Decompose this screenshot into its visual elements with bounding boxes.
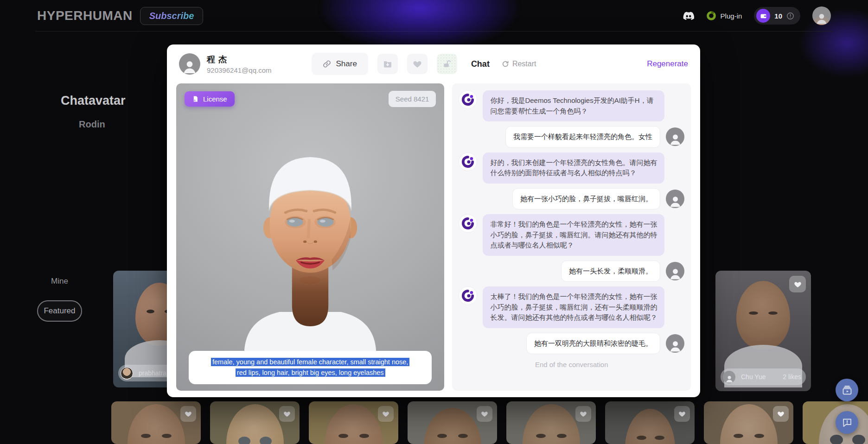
modal-header: 程 杰 920396241@qq.com Share Chat Restart … [167,44,700,83]
bot-bubble: 你好，我是Deemos Technologies开发的AI助手H，请问您需要帮忙… [483,90,664,121]
modal-body: License Seed 8421 female, young and beau… [167,83,700,391]
gallery-card[interactable] [408,401,497,444]
brand-logo: HYPERHUMAN [37,8,133,23]
restart-button[interactable]: Restart [502,60,536,68]
link-icon [323,60,331,68]
avatar-thumbnail [226,404,284,444]
feedback-button[interactable] [836,411,858,434]
chat-message-bot: 好的，我们来创建一个年轻漂亮的女性角色。请问她有什么特别的面部特征或者与名人相似… [459,152,684,184]
gallery-card[interactable] [111,401,201,444]
owner-name: 程 杰 [207,54,272,65]
avatar-thumbnail [128,404,185,444]
gallery-card[interactable] [309,401,398,444]
gallery-card[interactable] [704,401,793,444]
author-avatar [723,371,735,383]
plugin-label: Plug-in [721,12,742,20]
user-bubble: 她有一双明亮的大眼睛和浓密的睫毛。 [526,333,660,355]
prompt-box: female, young and beautiful female chara… [189,351,432,384]
discord-icon[interactable] [683,10,694,21]
like-button[interactable] [674,406,690,422]
avatar-thumbnail [625,409,675,444]
like-button[interactable] [180,406,196,422]
avatar-thumbnail [325,404,383,444]
header-actions: Plug-in 10 [683,6,831,25]
avatar-thumbnail [523,404,580,444]
chat-message-user: 我需要一个样貌看起来年轻漂亮的角色。女性 [459,126,684,148]
plugin-icon [706,11,716,21]
user-avatar [666,262,684,280]
refresh-icon [502,60,509,68]
favorite-button[interactable] [407,54,428,74]
chat-message-bot: 非常好！我们的角色是一个年轻漂亮的女性，她有一张小巧的脸，鼻子挺拔，嘴唇红润。请… [459,214,684,256]
bot-avatar [459,286,477,305]
like-button[interactable] [477,406,492,422]
gallery-card-chu-yue[interactable]: Chu Yue 2 likes [715,271,811,391]
credits-pill[interactable]: 10 [754,7,800,25]
heart-icon [413,59,422,69]
like-button[interactable] [773,406,789,422]
owner-meta: 程 杰 920396241@qq.com [207,54,272,74]
license-doc-icon [192,95,199,102]
user-bubble: 我需要一个样貌看起来年轻漂亮的角色。女性 [505,126,660,148]
user-avatar [666,190,684,208]
avatar-thumbnail [720,404,778,444]
user-avatar [666,127,684,146]
avatar-thumbnail [424,408,481,444]
filter-mine[interactable]: Mine [51,277,68,286]
chat-message-user: 她有一张小巧的脸，鼻子挺拔，嘴唇红润。 [459,188,684,210]
user-bubble: 她有一头长发，柔顺顺滑。 [561,260,660,282]
bot-bubble: 太棒了！我们的角色是一个年轻漂亮的女性，她有一张小巧的脸，鼻子挺拔，嘴唇红润，还… [483,286,664,328]
chat-message-user: 她有一头长发，柔顺顺滑。 [459,260,684,282]
subscribe-button[interactable]: Subscribe [140,7,204,25]
author-avatar [121,367,133,380]
bot-avatar [459,152,477,171]
gallery-card[interactable] [605,401,695,444]
feedback-bubble-icon [842,417,853,428]
prompt-text-line1: female, young and beautiful female chara… [211,358,409,366]
user-bubble: 她有一张小巧的脸，鼻子挺拔，嘴唇红润。 [512,188,660,210]
prompt-text-line2: red lips, long hair, bright big eyes, lo… [236,368,385,377]
likes-count: 2 likes [783,373,801,381]
license-badge[interactable]: License [185,91,235,107]
chat-message-user: 她有一双明亮的大眼睛和浓密的睫毛。 [459,333,684,355]
like-button[interactable] [378,406,394,422]
tab-chat[interactable]: Chat [471,59,490,69]
credits-count: 10 [774,12,782,20]
like-button[interactable] [575,406,591,422]
lock-open-icon [442,59,452,69]
gallery-card[interactable] [210,401,300,444]
bot-avatar [459,90,477,109]
like-button[interactable] [789,276,806,292]
privacy-toggle-button[interactable] [437,54,457,74]
nav-chatavatar[interactable]: Chatavatar [61,94,126,108]
plugin-link[interactable]: Plug-in [706,11,742,21]
nav-rodin[interactable]: Rodin [79,119,105,130]
video-library-icon [842,385,853,396]
like-button[interactable] [279,406,295,422]
account-avatar[interactable] [812,6,831,25]
download-folder-button[interactable] [377,54,398,74]
owner-email: 920396241@qq.com [207,66,272,74]
chat-message-bot: 太棒了！我们的角色是一个年轻漂亮的女性，她有一张小巧的脸，鼻子挺拔，嘴唇红润，还… [459,286,684,328]
avatar-thumbnail [736,281,790,349]
filter-featured[interactable]: Featured [37,300,82,322]
card-author-bar: Chu Yue 2 likes [721,368,806,385]
avatar-3d-viewer[interactable]: License Seed 8421 female, young and beau… [176,83,444,391]
chat-history-panel[interactable]: 你好，我是Deemos Technologies开发的AI助手H，请问您需要帮忙… [452,83,691,391]
user-avatar [666,334,684,353]
generated-avatar-render [234,147,387,353]
seed-badge: Seed 8421 [389,91,436,107]
info-icon[interactable] [786,12,794,20]
bot-avatar [459,214,477,233]
bot-bubble: 好的，我们来创建一个年轻漂亮的女性角色。请问她有什么特别的面部特征或者与名人相似… [483,152,664,184]
owner-avatar [179,53,200,75]
folder-download-icon [383,59,392,69]
share-button[interactable]: Share [312,53,368,75]
gallery-card[interactable] [506,401,596,444]
chat-message-bot: 你好，我是Deemos Technologies开发的AI助手H，请问您需要帮忙… [459,90,684,121]
regenerate-button[interactable]: Regenerate [647,59,688,69]
tutorial-videos-button[interactable] [836,379,858,401]
author-name: Chu Yue [741,373,766,381]
end-of-conversation-label: End of the conversation [459,361,684,368]
avatar-detail-modal: 程 杰 920396241@qq.com Share Chat Restart … [167,44,700,397]
